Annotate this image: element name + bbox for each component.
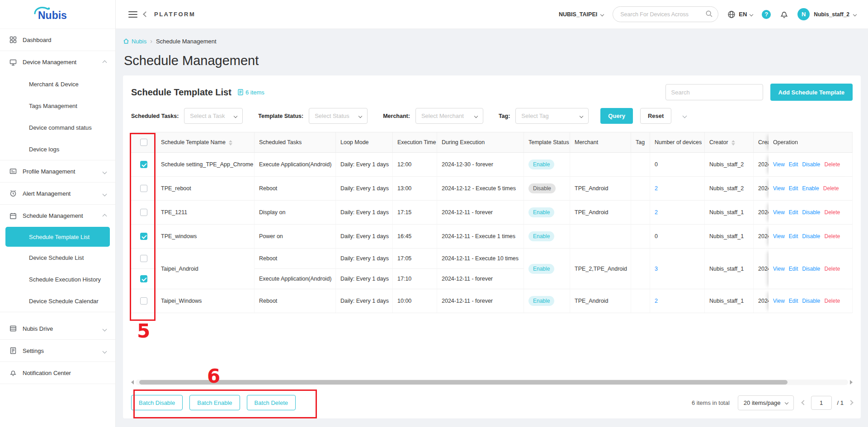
scheduled-tasks-select[interactable]: Select a Task bbox=[184, 108, 243, 124]
sidebar-item-device-command-status[interactable]: Device command status bbox=[0, 117, 115, 138]
batch-delete-button[interactable]: Batch Delete bbox=[247, 395, 296, 410]
row-checkbox[interactable] bbox=[140, 209, 147, 216]
sidebar-item-schedule-execution-history[interactable]: Schedule Execution History bbox=[0, 268, 115, 290]
sort-icon[interactable] bbox=[731, 140, 735, 145]
edit-link[interactable]: Edit bbox=[789, 298, 798, 304]
sidebar-item-device-logs[interactable]: Device logs bbox=[0, 138, 115, 160]
next-page-icon[interactable] bbox=[848, 400, 853, 405]
horizontal-scrollbar[interactable] bbox=[131, 379, 853, 385]
batch-enable-button[interactable]: Batch Enable bbox=[189, 395, 240, 410]
enable-link[interactable]: Enable bbox=[802, 185, 819, 192]
language-selector[interactable]: EN bbox=[727, 10, 753, 19]
device-count-link[interactable]: 2 bbox=[655, 209, 658, 216]
disable-link[interactable]: Disable bbox=[802, 209, 820, 216]
row-select-cell bbox=[131, 201, 156, 225]
delete-link[interactable]: Delete bbox=[825, 266, 840, 272]
sidebar-item-device-schedule-list[interactable]: Device Schedule List bbox=[0, 247, 115, 268]
scroll-right-arrow-icon[interactable] bbox=[850, 380, 853, 385]
sidebar-item-nubis-drive[interactable]: Nubis Drive bbox=[0, 318, 115, 340]
user-menu[interactable]: N Nubis_staff_2 bbox=[797, 8, 856, 20]
table-body: Schedule setting_TPE_App_ChromeExecute A… bbox=[131, 153, 853, 313]
breadcrumb-home[interactable]: Nubis bbox=[123, 38, 146, 45]
notification-bell-icon[interactable] bbox=[780, 10, 788, 19]
back-chevron-icon[interactable] bbox=[143, 11, 149, 17]
delete-link[interactable]: Delete bbox=[823, 185, 839, 192]
sidebar-item-tags-management[interactable]: Tags Management bbox=[0, 95, 115, 117]
merchant-cell: TPE_Android bbox=[570, 177, 631, 201]
disable-link[interactable]: Disable bbox=[802, 298, 820, 304]
view-link[interactable]: View bbox=[773, 266, 785, 272]
view-link[interactable]: View bbox=[773, 233, 785, 239]
row-checkbox[interactable] bbox=[140, 185, 147, 192]
view-link[interactable]: View bbox=[773, 209, 785, 216]
reset-button[interactable]: Reset bbox=[640, 108, 671, 124]
row-checkbox[interactable] bbox=[140, 297, 147, 305]
operation-cell: ViewEditDisableDelete bbox=[769, 289, 853, 313]
delete-link[interactable]: Delete bbox=[825, 161, 840, 168]
sidebar-item-schedule-management[interactable]: Schedule Management bbox=[0, 205, 115, 227]
view-link[interactable]: View bbox=[773, 161, 785, 168]
disable-link[interactable]: Disable bbox=[802, 266, 820, 272]
merchant-select[interactable]: Select Merchant bbox=[415, 108, 483, 124]
delete-link[interactable]: Delete bbox=[825, 209, 840, 216]
edit-link[interactable]: Edit bbox=[789, 266, 798, 272]
delete-link[interactable]: Delete bbox=[825, 233, 840, 239]
edit-link[interactable]: Edit bbox=[789, 185, 798, 192]
global-search-input[interactable] bbox=[613, 6, 718, 22]
sidebar-item-settings[interactable]: Settings bbox=[0, 340, 115, 362]
row-checkbox[interactable] bbox=[140, 255, 147, 262]
column-header-label: During Execution bbox=[442, 139, 485, 145]
batch-disable-button[interactable]: Batch Disable bbox=[131, 395, 183, 410]
sidebar-item-schedule-template-list[interactable]: Schedule Template List bbox=[5, 227, 110, 247]
disable-link[interactable]: Disable bbox=[802, 161, 820, 168]
filter-bar: Scheduled Tasks: Select a Task Template … bbox=[131, 108, 853, 124]
view-link[interactable]: View bbox=[773, 185, 785, 192]
table-search-input[interactable] bbox=[665, 84, 763, 100]
chevron-down-icon bbox=[750, 12, 753, 16]
previous-page-icon[interactable] bbox=[801, 400, 806, 405]
filter-collapse-chevron-icon[interactable] bbox=[683, 114, 687, 118]
device-count-link[interactable]: 2 bbox=[655, 185, 658, 192]
row-checkbox[interactable] bbox=[140, 233, 147, 240]
disable-link[interactable]: Disable bbox=[802, 233, 820, 239]
execution-time-cell: 17:15 bbox=[393, 201, 437, 225]
sort-icon[interactable] bbox=[229, 140, 232, 145]
page-number-input[interactable] bbox=[811, 396, 832, 410]
pager: / 1 bbox=[802, 396, 853, 410]
chevron-down-icon bbox=[580, 114, 583, 117]
org-selector[interactable]: NUBIS_TAIPEI bbox=[559, 11, 604, 18]
device-count-link[interactable]: 3 bbox=[655, 266, 658, 272]
sidebar-item-device-management[interactable]: Device Management bbox=[0, 51, 115, 73]
sidebar-item-notification-center[interactable]: Notification Center bbox=[0, 362, 115, 384]
nubis-logo[interactable]: Nubis bbox=[0, 0, 115, 29]
search-icon[interactable] bbox=[705, 10, 713, 19]
add-schedule-template-button[interactable]: Add Schedule Template bbox=[770, 84, 853, 101]
select-all-checkbox[interactable] bbox=[140, 139, 147, 146]
scrollbar-track[interactable] bbox=[136, 380, 848, 385]
sidebar-item-profile-management[interactable]: Profile Management bbox=[0, 160, 115, 183]
sidebar-item-dashboard[interactable]: Dashboard bbox=[0, 29, 115, 51]
tag-select[interactable]: Select Tag bbox=[515, 108, 589, 124]
sidebar-item-device-schedule-calendar[interactable]: Device Schedule Calendar bbox=[0, 290, 115, 312]
query-button[interactable]: Query bbox=[600, 108, 633, 124]
language-label: EN bbox=[739, 11, 747, 18]
template-status-select[interactable]: Select Status bbox=[309, 108, 368, 124]
delete-link[interactable]: Delete bbox=[825, 298, 840, 304]
row-checkbox[interactable] bbox=[140, 161, 147, 168]
menu-toggle-icon[interactable] bbox=[128, 11, 137, 18]
device-count: 0 bbox=[655, 161, 658, 168]
sidebar-item-merchant-device[interactable]: Merchant & Device bbox=[0, 73, 115, 95]
scrollbar-thumb[interactable] bbox=[139, 380, 788, 385]
device-count-link[interactable]: 2 bbox=[655, 298, 658, 304]
edit-link[interactable]: Edit bbox=[789, 161, 798, 168]
chevron-down-icon bbox=[103, 327, 107, 331]
sidebar-item-alert-management[interactable]: Alert Management bbox=[0, 183, 115, 205]
help-icon[interactable]: ? bbox=[762, 10, 771, 19]
view-link[interactable]: View bbox=[773, 298, 785, 304]
edit-link[interactable]: Edit bbox=[789, 233, 798, 239]
page-size-select[interactable]: 20 items/page bbox=[738, 395, 794, 410]
help-glyph: ? bbox=[764, 11, 768, 18]
row-checkbox[interactable] bbox=[140, 275, 147, 282]
scroll-left-arrow-icon[interactable] bbox=[131, 380, 134, 385]
edit-link[interactable]: Edit bbox=[789, 209, 798, 216]
